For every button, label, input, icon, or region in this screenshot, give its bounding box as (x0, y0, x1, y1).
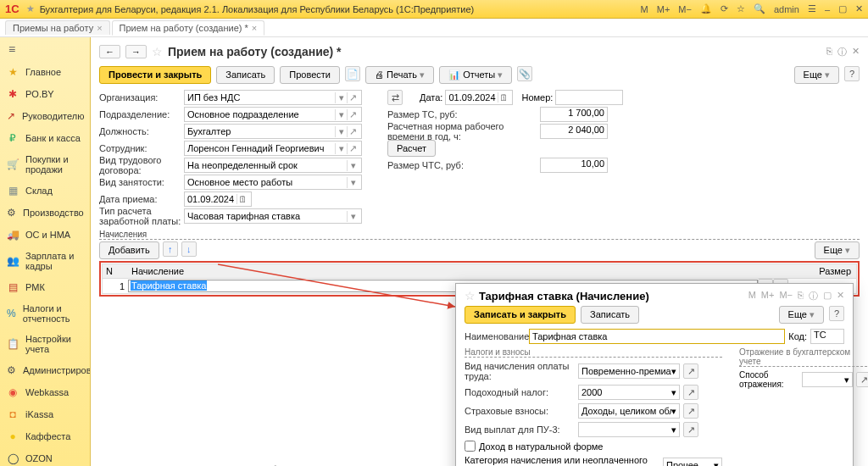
history-icon[interactable]: ⟳ (721, 3, 728, 14)
move-down-button[interactable]: ↓ (181, 241, 197, 257)
reports-button[interactable]: 📊 Отчеты (439, 66, 512, 84)
doc-flow-button[interactable]: ⇄ (387, 90, 403, 105)
back-button[interactable]: ← (99, 45, 120, 58)
date-input[interactable]: 01.09.2024🗓 (445, 90, 513, 105)
mp-btn[interactable]: M+ (657, 4, 670, 14)
norm-input[interactable]: 2 040,00 (540, 124, 608, 139)
nav-kaff[interactable]: ●Каффеста (0, 425, 90, 447)
nav-tax[interactable]: %Налоги и отчетность (0, 298, 90, 329)
emp-input[interactable]: Лоренсон Геннадий Георгиевич▾↗ (184, 141, 362, 156)
link-icon[interactable]: ⎘ (798, 290, 804, 302)
open-icon[interactable]: ↗ (683, 385, 698, 400)
open-icon[interactable]: ↗ (683, 363, 698, 379)
save-button[interactable]: Записать (216, 66, 275, 84)
nav-mgr[interactable]: ↗Руководителю (0, 105, 90, 127)
d-save-button[interactable]: Записать (581, 306, 639, 324)
code-input[interactable]: ТС (810, 329, 844, 344)
bell-icon[interactable]: 🔔 (700, 3, 712, 14)
calc-button[interactable]: Расчет (387, 140, 436, 157)
open-icon[interactable]: ↗ (683, 403, 698, 419)
fav-icon[interactable]: ☆ (465, 289, 476, 302)
nav-ikassa[interactable]: ◘iKassa (0, 403, 90, 425)
help-button[interactable]: ? (844, 66, 860, 81)
user-label[interactable]: admin (774, 4, 799, 14)
ts-input[interactable]: 1 700,00 (540, 107, 608, 122)
window-title: Бухгалтерия для Беларуси, редакция 2.1. … (40, 4, 641, 14)
close-icon[interactable]: ✕ (837, 290, 844, 302)
dock-icon[interactable]: ▢ (823, 290, 832, 302)
calc-input[interactable]: Часовая тарифная ставка▾ (184, 208, 362, 224)
d-save-close-button[interactable]: Записать и закрыть (465, 306, 576, 324)
page-title: Прием на работу (создание) * (168, 45, 342, 58)
more-button[interactable]: Еще (794, 66, 839, 84)
nav-salary[interactable]: 👥Зарплата и кадры (0, 246, 90, 276)
m-btn[interactable]: M (748, 290, 756, 302)
hamburger-icon[interactable]: ≡ (0, 37, 90, 61)
org-input[interactable]: ИП без НДС▾↗ (184, 90, 362, 105)
search-icon[interactable]: 🔍 (754, 3, 765, 14)
busy-input[interactable]: Основное место работы▾ (184, 175, 362, 190)
star-icon[interactable]: ☆ (737, 3, 745, 14)
open-icon[interactable]: ↗ (683, 422, 698, 437)
lbl-pu: Вид выплат для ПУ-3: (465, 424, 575, 435)
info-icon[interactable]: ⓘ (837, 46, 847, 58)
contract-input[interactable]: На неопределенный срок▾ (184, 158, 362, 173)
tab-hire-list[interactable]: Приемы на работу× (5, 20, 110, 35)
close-icon[interactable]: × (97, 23, 102, 33)
tax-input[interactable]: 2000▾ (578, 385, 680, 400)
fav-icon[interactable]: ☆ (152, 45, 163, 58)
window-icon[interactable]: ▢ (838, 3, 847, 14)
close-page-icon[interactable]: ✕ (852, 46, 860, 58)
nav-rmk[interactable]: ▤РМК (0, 276, 90, 298)
link-icon[interactable]: ⎘ (826, 46, 832, 58)
nav-main[interactable]: ★Главное (0, 61, 90, 83)
forward-button[interactable]: → (125, 45, 147, 58)
lbl-cat: Категория начисления или неоплаченного в… (465, 455, 659, 466)
m-btn[interactable]: M (641, 4, 648, 14)
nav-admin[interactable]: ⚙Администрирование (0, 359, 90, 381)
mp-btn[interactable]: M+ (761, 290, 775, 302)
ins-input[interactable]: Доходы, целиком облагае▾ (578, 403, 680, 419)
mm-btn[interactable]: M− (678, 4, 692, 14)
lbl-type: Вид начисления оплаты труда: (465, 361, 575, 381)
hire-input[interactable]: 01.09.2024🗓 (184, 191, 252, 207)
nav-set[interactable]: 📋Настройки учета (0, 329, 90, 359)
type-input[interactable]: Повременно-премиальная оп▾ (578, 363, 680, 379)
minimize-icon[interactable]: – (825, 4, 830, 14)
pos-input[interactable]: Бухгалтер▾↗ (184, 124, 362, 139)
open-icon[interactable]: ↗ (856, 372, 868, 387)
print-button[interactable]: 🖨 Печать (365, 66, 434, 84)
post-close-button[interactable]: Провести и закрыть (99, 66, 211, 84)
nav-ozon[interactable]: ◯OZON (0, 447, 90, 466)
run-button[interactable]: Провести (280, 66, 340, 84)
cat-input[interactable]: Прочее▾ (663, 458, 722, 466)
mm-btn[interactable]: M− (779, 290, 793, 302)
menu-icon[interactable]: ☰ (808, 3, 816, 14)
d-more-button[interactable]: Еще (779, 306, 824, 324)
tab-hire-create[interactable]: Прием на работу (создание) *× (112, 20, 265, 36)
tbl-more-button[interactable]: Еще (815, 241, 860, 259)
nav-sales[interactable]: 🛒Покупки и продажи (0, 149, 90, 180)
info-icon[interactable]: ⓘ (809, 290, 818, 302)
nav-stock[interactable]: ▦Склад (0, 180, 90, 202)
chts-input[interactable]: 10,00 (540, 158, 608, 173)
nav-bank[interactable]: ₽Банк и касса (0, 127, 90, 149)
refl-input[interactable]: ▾ (802, 372, 853, 387)
move-up-button[interactable]: ↑ (163, 241, 178, 257)
num-input[interactable] (555, 90, 623, 105)
nav-os[interactable]: 🚚ОС и НМА (0, 224, 90, 246)
nav-prod[interactable]: ⚙Производство (0, 202, 90, 224)
close-icon[interactable]: ✕ (855, 3, 863, 14)
d-help-button[interactable]: ? (829, 306, 844, 321)
lbl-hire: Дата приема: (99, 194, 184, 204)
nav-web[interactable]: ◉Webkassa (0, 381, 90, 403)
basis-button[interactable]: 📄 (345, 66, 360, 81)
nav-poby[interactable]: ✱PO.BY (0, 83, 90, 105)
dept-input[interactable]: Основное подразделение▾↗ (184, 107, 362, 122)
close-icon[interactable]: × (252, 23, 257, 33)
natural-checkbox[interactable]: Доход в натуральной форме (465, 441, 722, 452)
add-button[interactable]: Добавить (99, 241, 159, 259)
name-input[interactable] (529, 329, 785, 344)
attach-button[interactable]: 📎 (517, 66, 532, 81)
pu-input[interactable]: ▾ (578, 422, 680, 437)
